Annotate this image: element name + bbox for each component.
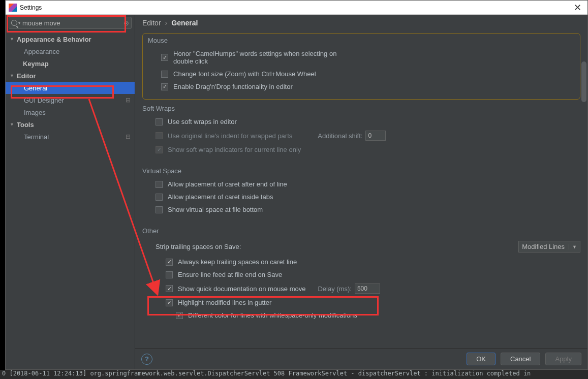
cancel-button[interactable]: Cancel: [501, 353, 540, 365]
group-title-softwraps: Soft Wraps: [142, 105, 580, 112]
group-mouse: Mouse Honor "CamelHumps" words settings …: [142, 33, 580, 100]
breadcrumb-sep-icon: ›: [165, 19, 168, 27]
checkbox-icon[interactable]: [161, 83, 168, 90]
opt-softwrap-indicators: Show soft wrap indicators for current li…: [142, 143, 580, 156]
sidebar-item[interactable]: GUI Designer⊟: [6, 94, 135, 106]
app-icon: [9, 4, 17, 12]
opt-original-indent: Use original line's indent for wrapped p…: [142, 128, 580, 143]
help-button[interactable]: ?: [141, 354, 152, 365]
sidebar-item-label: Appearance & Behavior: [17, 36, 91, 43]
strip-label: Strip trailing spaces on Save:: [156, 243, 241, 250]
sidebar-item-label: General: [24, 84, 47, 92]
sidebar-item[interactable]: Keymap: [6, 57, 135, 70]
opt-ensure-lf[interactable]: Ensure line feed at file end on Save: [142, 268, 580, 281]
delay-label: Delay (ms):: [318, 285, 351, 293]
checkbox-icon[interactable]: [176, 312, 183, 319]
chevron-down-icon[interactable]: ▼: [10, 122, 17, 127]
opt-virtual-bottom[interactable]: Show virtual space at file bottom: [142, 203, 580, 216]
sidebar-item[interactable]: Images: [6, 106, 135, 118]
sidebar-item[interactable]: Appearance: [6, 45, 135, 57]
settings-window: Settings ✕ ▾ ⊗ ▼Appearance & BehaviorApp…: [5, 0, 588, 370]
opt-camelhumps[interactable]: Honor "CamelHumps" words settings when s…: [148, 47, 575, 68]
footer: ? OK Cancel Apply: [135, 348, 587, 369]
search-scope-caret-icon[interactable]: ▾: [18, 21, 20, 25]
checkbox-icon[interactable]: [166, 271, 173, 278]
apply-button: Apply: [545, 353, 581, 365]
search-box[interactable]: ▾ ⊗: [9, 17, 132, 29]
titlebar: Settings ✕: [6, 1, 587, 15]
sidebar-item-label: Tools: [17, 121, 34, 129]
sidebar-item[interactable]: ▼Editor: [6, 70, 135, 82]
checkbox-icon: [156, 146, 163, 153]
sidebar-item-label: Editor: [17, 72, 36, 80]
checkbox-icon[interactable]: [156, 181, 163, 188]
group-title-other: Other: [142, 227, 580, 235]
chevron-down-icon: ▼: [569, 244, 577, 249]
opt-zoom[interactable]: Change font size (Zoom) with Ctrl+Mouse …: [148, 68, 575, 80]
checkbox-icon: [156, 132, 163, 139]
shift-label: Additional shift:: [318, 132, 362, 140]
ok-button[interactable]: OK: [467, 353, 496, 365]
chevron-down-icon[interactable]: ▼: [10, 73, 17, 78]
strip-row: Strip trailing spaces on Save: Modified …: [142, 238, 580, 256]
sidebar: ▾ ⊗ ▼Appearance & BehaviorAppearanceKeym…: [6, 15, 135, 369]
main-panel: Editor › General Mouse Honor "CamelHumps…: [135, 15, 587, 369]
opt-softwraps[interactable]: Use soft wraps in editor: [142, 115, 580, 128]
chevron-down-icon[interactable]: ▼: [10, 37, 17, 42]
search-icon: [11, 20, 17, 26]
checkbox-icon[interactable]: [156, 206, 163, 213]
checkbox-icon[interactable]: [156, 118, 163, 125]
project-settings-icon: ⊟: [126, 133, 131, 140]
project-settings-icon: ⊟: [126, 97, 131, 104]
shift-input[interactable]: [365, 131, 386, 141]
checkbox-icon[interactable]: [161, 71, 168, 78]
sidebar-item-label: Images: [24, 109, 46, 116]
window-title: Settings: [20, 4, 42, 11]
content: Mouse Honor "CamelHumps" words settings …: [135, 31, 587, 348]
checkbox-icon[interactable]: [156, 194, 163, 201]
group-title-virtual: Virtual Space: [142, 167, 580, 175]
breadcrumb-general: General: [171, 19, 198, 27]
opt-dragdrop[interactable]: Enable Drag'n'Drop functionality in edit…: [148, 80, 575, 93]
settings-tree[interactable]: ▼Appearance & BehaviorAppearanceKeymap▼E…: [6, 31, 135, 369]
checkbox-icon[interactable]: [166, 299, 173, 306]
opt-caret-eol[interactable]: Allow placement of caret after end of li…: [142, 178, 580, 191]
sidebar-item[interactable]: General: [6, 82, 135, 94]
body: ▾ ⊗ ▼Appearance & BehaviorAppearanceKeym…: [6, 15, 587, 369]
strip-select[interactable]: Modified Lines ▼: [518, 241, 580, 252]
opt-whitespace-color[interactable]: Different color for lines with whitespac…: [142, 309, 580, 322]
search-wrap: ▾ ⊗: [6, 15, 135, 31]
breadcrumb: Editor › General: [135, 15, 587, 31]
search-input[interactable]: [22, 19, 123, 27]
sidebar-item-label: Terminal: [24, 133, 49, 141]
console-line: 0 [2018-06-11 12:24:13] org.springframew…: [0, 370, 588, 379]
sidebar-item-label: Keymap: [23, 60, 49, 68]
breadcrumb-editor[interactable]: Editor: [142, 19, 161, 27]
sidebar-item[interactable]: ▼Appearance & Behavior: [6, 33, 135, 45]
sidebar-item-label: GUI Designer: [24, 97, 64, 104]
delay-input[interactable]: [355, 283, 380, 294]
opt-keep-trailing[interactable]: Always keep trailing spaces on caret lin…: [142, 256, 580, 268]
checkbox-icon[interactable]: [161, 54, 168, 61]
group-title-mouse: Mouse: [148, 37, 575, 44]
opt-quick-doc[interactable]: Show quick documentation on mouse move D…: [142, 281, 580, 296]
opt-caret-tabs[interactable]: Allow placement of caret inside tabs: [142, 191, 580, 203]
sidebar-item-label: Appearance: [24, 48, 59, 55]
sidebar-item[interactable]: Terminal⊟: [6, 131, 135, 143]
close-icon[interactable]: ✕: [571, 3, 584, 12]
checkbox-icon[interactable]: [166, 259, 173, 266]
checkbox-icon[interactable]: [166, 285, 173, 292]
clear-search-icon[interactable]: ⊗: [123, 19, 129, 27]
opt-highlight-gutter[interactable]: Highlight modified lines in gutter: [142, 296, 580, 309]
scrollbar[interactable]: [581, 61, 586, 102]
sidebar-item[interactable]: ▼Tools: [6, 118, 135, 131]
